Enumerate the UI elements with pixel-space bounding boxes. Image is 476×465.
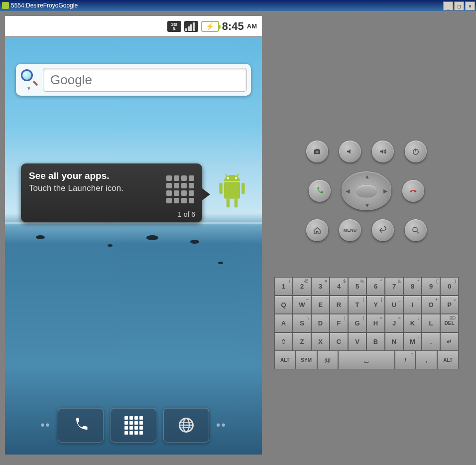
key-sym[interactable]: SYM [296, 351, 317, 369]
android-status-bar[interactable]: 3G ⇅ ⚡ 8:45 AM [5, 16, 262, 37]
key-k[interactable]: ;K [403, 314, 422, 332]
search-icon[interactable] [20, 68, 38, 86]
key-n[interactable]: N [385, 332, 403, 351]
key-r[interactable]: `R [330, 296, 348, 314]
svg-rect-0 [224, 182, 240, 199]
signal-icon [184, 21, 198, 32]
svg-point-15 [413, 227, 417, 232]
app-icon [2, 2, 9, 9]
dpad-up[interactable]: ▲ [364, 173, 370, 179]
key-0[interactable]: )0 [440, 277, 459, 296]
menu-button[interactable]: MENU [339, 219, 361, 241]
key-f[interactable]: [F [330, 314, 348, 332]
chevron-down-icon[interactable]: ▼ [26, 86, 31, 91]
page-indicator-right[interactable]: •• [216, 418, 227, 432]
key-w[interactable]: ~W [293, 296, 311, 314]
key-9[interactable]: (9 [422, 277, 440, 296]
close-button[interactable]: × [465, 1, 475, 10]
search-input[interactable] [50, 72, 239, 88]
key-x[interactable]: X [311, 332, 330, 351]
key-h[interactable]: <H [366, 314, 385, 332]
volume-up-button[interactable] [372, 141, 394, 162]
emulator-screen[interactable]: 3G ⇅ ⚡ 8:45 AM ▼ See all your apps. T [5, 16, 262, 455]
key-alt[interactable]: ALT [274, 351, 296, 369]
window-buttons: _ □ × [443, 0, 476, 10]
key-o[interactable]: +O [422, 296, 440, 314]
key-4[interactable]: $4 [330, 277, 348, 296]
key-s[interactable]: \S [293, 314, 311, 332]
key-l[interactable]: :L [422, 314, 440, 332]
key-7[interactable]: &7 [385, 277, 403, 296]
key-.[interactable]: . [422, 332, 440, 351]
phone-icon [72, 416, 90, 434]
key-q[interactable]: Q [274, 296, 293, 314]
key-y[interactable]: }Y [366, 296, 385, 314]
key-g[interactable]: ]G [348, 314, 366, 332]
key-p[interactable]: =P [440, 296, 459, 314]
key-6[interactable]: ^6 [366, 277, 385, 296]
svg-rect-1 [219, 183, 222, 194]
svg-point-12 [316, 151, 318, 153]
key-i[interactable]: -I [403, 296, 422, 314]
back-button[interactable] [372, 219, 394, 241]
apps-grid-icon [124, 416, 143, 435]
window-title-bar: 5554:DesireFroyoGoogle _ □ × [0, 0, 476, 11]
key-z[interactable]: Z [293, 332, 311, 351]
key-,[interactable]: , [416, 351, 437, 369]
key-⎵[interactable]: ⎵ [338, 351, 394, 369]
key-8[interactable]: *8 [403, 277, 422, 296]
minimize-button[interactable]: _ [443, 1, 453, 10]
key-j[interactable]: >J [385, 314, 403, 332]
dpad-down[interactable]: ▼ [364, 202, 370, 208]
key-v[interactable]: V [348, 332, 366, 351]
google-search-widget[interactable]: ▼ [16, 64, 251, 96]
hint-subtitle: Touch the Launcher icon. [29, 183, 158, 193]
key-a[interactable]: A [274, 314, 293, 332]
maximize-button[interactable]: □ [454, 1, 464, 10]
hint-bubble[interactable]: See all your apps. Touch the Launcher ic… [21, 163, 202, 222]
key-b[interactable]: B [366, 332, 385, 351]
emulator-controls: ▲ ▼ ◀ ▶ MENU !1@2#3$4%5^6&7*8(9)0Q~W´E`R… [262, 16, 471, 460]
key-↵[interactable]: ↵ [440, 332, 459, 351]
clock-time: 8:45 [222, 20, 244, 33]
dock-launcher-button[interactable] [111, 408, 156, 443]
emulator-keyboard: !1@2#3$4%5^6&7*8(9)0Q~W´E`R{T}Y_U-I+O=PA… [274, 277, 459, 369]
volume-down-button[interactable] [339, 141, 361, 162]
key-t[interactable]: {T [348, 296, 366, 314]
key-⇧[interactable]: ⇧ [274, 332, 293, 351]
svg-line-16 [417, 231, 419, 233]
dock-dialer-button[interactable] [58, 408, 104, 443]
key-u[interactable]: _U [385, 296, 403, 314]
key-3[interactable]: #3 [311, 277, 330, 296]
dpad-center[interactable] [357, 185, 376, 197]
home-button[interactable] [306, 219, 328, 241]
dpad-left[interactable]: ◀ [346, 188, 350, 194]
page-indicator-left[interactable]: •• [40, 418, 51, 432]
call-button[interactable] [309, 180, 331, 202]
key-m[interactable]: .M [403, 332, 422, 351]
end-call-button[interactable] [402, 180, 424, 202]
svg-rect-4 [235, 199, 238, 208]
svg-rect-2 [241, 183, 244, 194]
android-robot-icon [212, 167, 252, 217]
key-1[interactable]: !1 [274, 277, 293, 296]
key-/[interactable]: ?/ [395, 351, 416, 369]
search-button[interactable] [405, 219, 427, 241]
power-button[interactable] [405, 141, 427, 162]
key-c[interactable]: C [330, 332, 348, 351]
key-5[interactable]: %5 [348, 277, 366, 296]
key-d[interactable]: 'D [311, 314, 330, 332]
key-alt[interactable]: ALT [437, 351, 459, 369]
key-e[interactable]: ´E [311, 296, 330, 314]
dock-browser-button[interactable] [163, 408, 209, 443]
key-2[interactable]: @2 [293, 277, 311, 296]
svg-line-5 [226, 174, 227, 177]
key-del[interactable]: ⌦DEL [440, 314, 459, 332]
network-3g-icon: 3G ⇅ [167, 21, 181, 32]
svg-point-8 [235, 177, 237, 179]
dpad-right[interactable]: ▶ [383, 188, 387, 194]
battery-charging-icon: ⚡ [201, 21, 219, 32]
key-@[interactable]: @ [317, 351, 339, 369]
clock-ampm: AM [247, 22, 257, 30]
camera-button[interactable] [306, 141, 328, 162]
